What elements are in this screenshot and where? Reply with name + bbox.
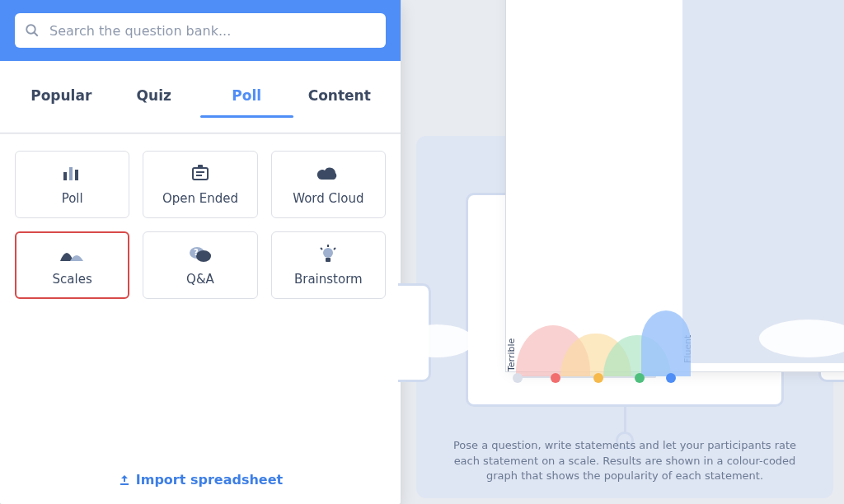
cloud-icon: [316, 163, 340, 184]
preview-panel: Scales From 1 to 5, how would you rate y…: [416, 136, 833, 498]
card-label: Q&A: [186, 272, 214, 287]
upload-icon: [118, 474, 131, 487]
svg-text:?: ?: [194, 248, 199, 257]
card-label: Word Cloud: [293, 191, 363, 206]
card-qa[interactable]: ? Q&A: [143, 231, 257, 299]
tab-label: Popular: [30, 87, 91, 104]
svg-rect-4: [75, 170, 78, 180]
search-input[interactable]: [48, 22, 376, 40]
tab-label: Poll: [232, 87, 261, 104]
preview-description: Pose a question, write statements and le…: [441, 438, 809, 483]
slide-preview: From 1 to 5, how would you rate your Fre…: [416, 193, 833, 407]
open-ended-icon: [190, 163, 210, 184]
tab-popular[interactable]: Popular: [15, 76, 108, 133]
svg-line-15: [321, 248, 322, 250]
svg-rect-13: [326, 258, 331, 262]
svg-rect-3: [69, 167, 73, 180]
import-spreadsheet-button[interactable]: Import spreadsheet: [0, 460, 401, 504]
svg-rect-6: [198, 165, 203, 168]
card-scales[interactable]: Scales: [15, 231, 129, 299]
tabs: Popular Quiz Poll Content: [0, 76, 401, 133]
qa-icon: ?: [189, 244, 212, 265]
tab-content[interactable]: Content: [293, 76, 387, 133]
import-label: Import spreadsheet: [136, 472, 283, 488]
cloud-decoration: [400, 324, 474, 357]
brainstorm-icon: [319, 244, 337, 265]
svg-line-1: [34, 32, 38, 36]
svg-rect-2: [63, 172, 67, 180]
card-label: Poll: [62, 191, 83, 206]
slide: From 1 to 5, how would you rate your Fre…: [466, 193, 784, 407]
question-type-panel: Popular Quiz Poll Content Poll Open Ende…: [0, 0, 401, 504]
svg-rect-5: [193, 168, 208, 180]
card-label: Brainstorm: [294, 272, 363, 287]
card-poll[interactable]: Poll: [15, 151, 129, 218]
card-label: Open Ended: [162, 191, 238, 206]
tab-poll[interactable]: Poll: [200, 76, 293, 133]
search-bar-wrap: [0, 0, 401, 61]
card-brainstorm[interactable]: Brainstorm: [271, 231, 386, 299]
card-word-cloud[interactable]: Word Cloud: [271, 151, 386, 218]
tab-label: Content: [308, 87, 371, 104]
tab-quiz[interactable]: Quiz: [108, 76, 201, 133]
scales-chart: Terrible Fluent: [501, 304, 666, 386]
svg-point-12: [323, 248, 333, 258]
tab-label: Quiz: [137, 87, 171, 104]
scales-icon: [60, 244, 85, 265]
svg-line-16: [334, 248, 335, 250]
poll-icon: [62, 163, 83, 184]
card-label: Scales: [53, 272, 92, 287]
search-bar[interactable]: [15, 13, 386, 48]
svg-point-0: [26, 25, 35, 34]
axis-high: Fluent: [682, 0, 844, 363]
search-icon: [25, 23, 40, 38]
card-open-ended[interactable]: Open Ended: [143, 151, 257, 218]
question-type-grid: Poll Open Ended Word Cloud Scales ? Q&A: [0, 133, 401, 299]
